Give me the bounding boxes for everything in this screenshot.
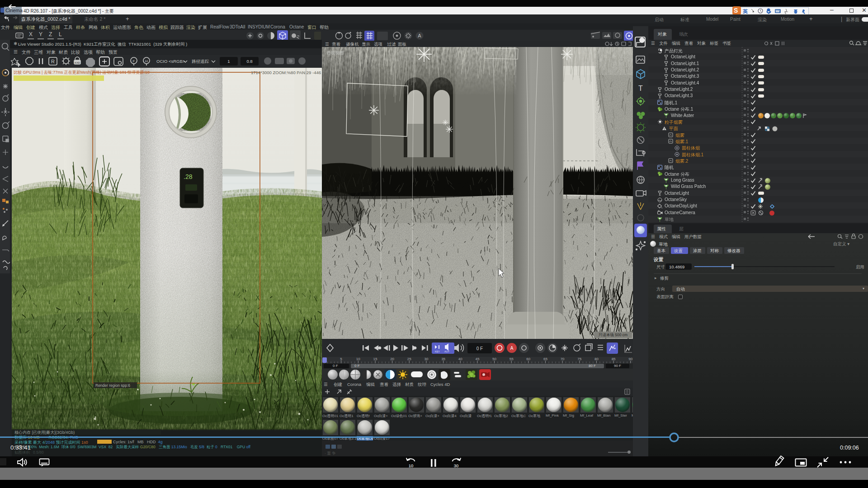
svg-text:15: 15 [373, 357, 377, 361]
svg-text:50: 50 [492, 357, 496, 361]
svg-text:85: 85 [612, 357, 616, 361]
svg-text:Render region spp:6: Render region spp:6 [95, 383, 130, 388]
svg-text:75: 75 [577, 357, 581, 361]
svg-text:A: A [510, 346, 514, 351]
svg-text:25: 25 [407, 357, 411, 361]
svg-text:0 F: 0 F [476, 346, 483, 351]
svg-text:路径追踪: 路径追踪 [192, 59, 209, 64]
svg-text:KXD: KXD [75, 61, 80, 64]
svg-text:40: 40 [458, 357, 462, 361]
svg-text:OCIO <sRGB>: OCIO <sRGB> [156, 59, 185, 64]
svg-text:80: 80 [594, 357, 599, 361]
svg-text:90: 90 [628, 357, 632, 361]
svg-text:30: 30 [424, 357, 428, 361]
svg-text:0.8: 0.8 [246, 59, 252, 64]
svg-text:20: 20 [390, 357, 394, 361]
svg-text:1714*3000 ZOOM:%80 PAN:29 -44: 1714*3000 ZOOM:%80 PAN:29 -446 [251, 70, 321, 75]
svg-text:A: A [418, 33, 421, 38]
svg-text:R: R [51, 59, 55, 64]
svg-text:30: 30 [454, 463, 459, 468]
svg-text:10: 10 [409, 463, 414, 468]
svg-text:T: T [638, 84, 643, 92]
svg-text:45: 45 [475, 357, 479, 361]
svg-text:70: 70 [561, 357, 565, 361]
svg-text:透视视图: 透视视图 [326, 50, 344, 55]
svg-text:比较 GPU:0ms | 去噪:77ms 正在更新Mesh: 比较 GPU:0ms | 去噪:77ms 正在更新Mesh(网格) 运动对象:1… [14, 70, 150, 75]
svg-text:35: 35 [441, 357, 445, 361]
svg-text:H: H [145, 59, 148, 63]
svg-text:.28: .28 [184, 173, 193, 180]
svg-text:1: 1 [227, 59, 230, 64]
svg-text:55: 55 [509, 357, 514, 361]
svg-text:5: 5 [340, 357, 342, 361]
svg-text:KEY: KEY [435, 350, 440, 353]
svg-text:F: F [133, 59, 135, 63]
svg-text:只读本场 500 cm: 只读本场 500 cm [598, 333, 627, 337]
svg-text:65: 65 [543, 357, 547, 361]
svg-text:10: 10 [356, 357, 360, 361]
svg-text:AUT: AUT [444, 350, 450, 353]
svg-text:60: 60 [526, 357, 530, 361]
